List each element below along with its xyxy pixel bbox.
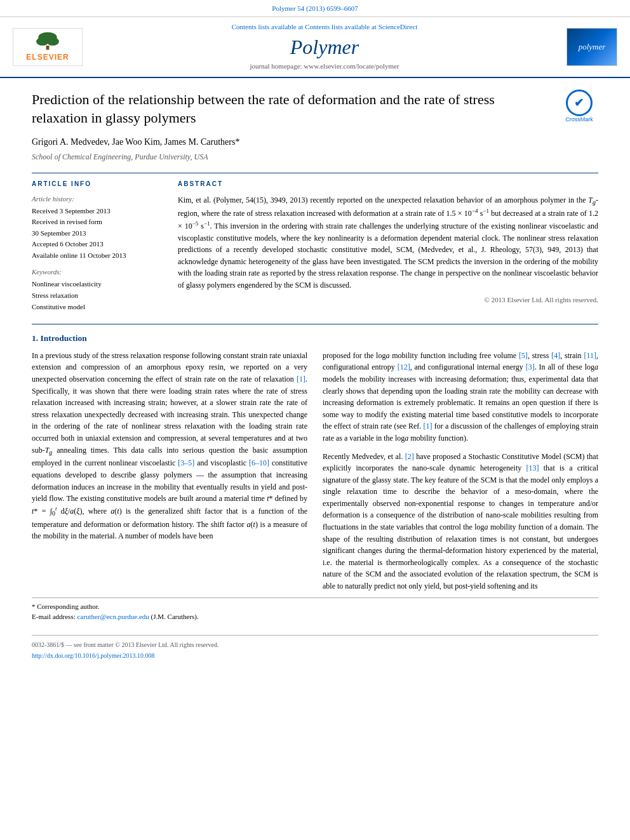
keyword-2: Stress relaxation	[32, 290, 159, 302]
footnote-star: * Corresponding author.	[32, 603, 100, 610]
ref-11[interactable]: [11]	[584, 351, 596, 360]
ref-13[interactable]: [13]	[526, 463, 539, 472]
journal-header: ELSEVIER Contents lists available at Con…	[0, 17, 630, 78]
article-info-section-title: ARTICLE INFO	[32, 180, 159, 189]
svg-point-2	[46, 37, 59, 46]
polymer-logo-text: polymer	[579, 41, 606, 53]
ref-3[interactable]: [3]	[526, 363, 535, 371]
section-1-heading: 1. Introduction	[32, 332, 598, 345]
footnote-name: (J.M. Caruthers).	[151, 613, 199, 620]
accepted-date: Accepted 6 October 2013	[32, 239, 159, 250]
body-section: 1. Introduction In a previous study of t…	[32, 324, 598, 592]
ref-1[interactable]: [1]	[297, 375, 305, 383]
crossmark-container: ✔ CrossMark	[565, 90, 593, 124]
received-revised-label: Received in revised form	[32, 217, 159, 228]
top-bar: Polymer 54 (2013) 6599–6607	[0, 0, 630, 17]
main-content: Prediction of the relationship between t…	[0, 78, 630, 675]
history-label: Article history:	[32, 194, 159, 204]
body-two-col: In a previous study of the stress relaxa…	[32, 350, 598, 592]
keywords-list: Nonlinear viscoelasticity Stress relaxat…	[32, 279, 159, 312]
authors-text: Grigori A. Medvedev, Jae Woo Kim, James …	[32, 137, 239, 147]
authors: Grigori A. Medvedev, Jae Woo Kim, James …	[32, 136, 598, 149]
article-info-col: ARTICLE INFO Article history: Received 3…	[32, 180, 159, 312]
elsevier-wordmark: ELSEVIER	[26, 52, 69, 63]
journal-name: Polymer	[83, 32, 566, 62]
ref-3-5[interactable]: [3–5]	[178, 458, 194, 467]
elsevier-tree-icon	[22, 31, 73, 52]
elsevier-logo-area: ELSEVIER	[13, 28, 83, 66]
body-para-2: proposed for the loga mobility function …	[323, 350, 598, 444]
abstract-text: Kim, et al. (Polymer, 54(15), 3949, 2013…	[178, 194, 598, 291]
ref-4[interactable]: [4]	[551, 351, 560, 360]
ref-12[interactable]: [12]	[398, 363, 410, 371]
body-para-3: Recently Medvedev, et al. [2] have propo…	[323, 451, 598, 592]
body-col-right: proposed for the loga mobility function …	[323, 350, 598, 592]
journal-header-center: Contents lists available at Contents lis…	[83, 22, 566, 72]
footnote-email-label: E-mail address:	[32, 613, 76, 620]
keyword-3: Constitutive model	[32, 302, 159, 313]
article-dates: Received 3 September 2013 Received in re…	[32, 206, 159, 262]
footnote-email[interactable]: caruther@ecn.purdue.edu	[77, 613, 149, 620]
keywords-label: Keywords:	[32, 267, 159, 277]
received-date: Received 3 September 2013	[32, 206, 159, 217]
abstract-col: ABSTRACT Kim, et al. (Polymer, 54(15), 3…	[178, 180, 598, 312]
footer-doi-link[interactable]: http://dx.doi.org/10.1016/j.polymer.2013…	[32, 652, 154, 659]
article-title-area: Prediction of the relationship between t…	[32, 91, 598, 127]
crossmark-label: CrossMark	[565, 116, 593, 124]
footnote-author: * Corresponding author. E-mail address: …	[32, 597, 598, 622]
ref-1-inline[interactable]: [1]	[424, 422, 432, 430]
journal-volume: Polymer 54 (2013) 6599–6607	[272, 4, 358, 12]
sciencedirect-link-text[interactable]: Contents lists available at ScienceDirec…	[305, 23, 417, 30]
ref-2[interactable]: [2]	[405, 452, 414, 461]
polymer-logo: polymer	[566, 28, 617, 66]
footer: 0032-3861/$ — see front matter © 2013 El…	[32, 635, 598, 661]
ref-5[interactable]: [5]	[519, 351, 528, 360]
article-title: Prediction of the relationship between t…	[32, 91, 495, 126]
received-revised-date: 30 September 2013	[32, 228, 159, 239]
copyright-line: © 2013 Elsevier Ltd. All rights reserved…	[178, 295, 598, 305]
body-para-1: In a previous study of the stress relaxa…	[32, 350, 307, 542]
abstract-section-title: ABSTRACT	[178, 180, 598, 189]
footer-doi: http://dx.doi.org/10.1016/j.polymer.2013…	[32, 651, 598, 661]
keyword-1: Nonlinear viscoelasticity	[32, 279, 159, 290]
body-col-left: In a previous study of the stress relaxa…	[32, 350, 307, 592]
ref-6-10[interactable]: [6–10]	[249, 458, 269, 467]
crossmark-area: ✔ CrossMark	[560, 91, 598, 123]
svg-rect-3	[46, 46, 50, 50]
article-info-abstract-section: ARTICLE INFO Article history: Received 3…	[32, 173, 598, 312]
sciencedirect-text: Contents lists available at Contents lis…	[83, 22, 566, 32]
footer-issn: 0032-3861/$ — see front matter © 2013 El…	[32, 641, 598, 650]
available-date: Available online 11 October 2013	[32, 250, 159, 262]
journal-homepage: journal homepage: www.elsevier.com/locat…	[83, 62, 566, 72]
crossmark-icon[interactable]: ✔	[566, 90, 593, 116]
affiliation: School of Chemical Engineering, Purdue U…	[32, 152, 598, 163]
